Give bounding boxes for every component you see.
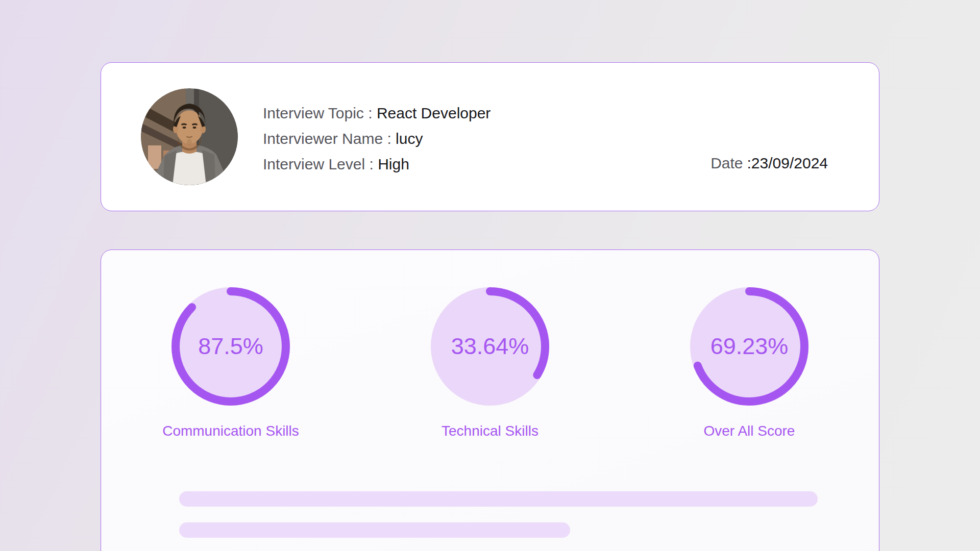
interview-results-page: Interview Topic : React Developer Interv…	[0, 0, 980, 551]
results-card: 87.5% Communication Skills 33.64% Techni…	[101, 249, 879, 551]
date-label: Date	[710, 155, 743, 171]
date-value: :23/09/2024	[747, 155, 828, 171]
overall-score-ring: 69.23%	[690, 287, 808, 406]
gauge-communication-skills: 87.5% Communication Skills	[101, 287, 360, 439]
level-value: High	[378, 156, 409, 172]
info-row-interviewer: Interviewer Name : lucy	[263, 126, 491, 152]
placeholder-bar	[179, 491, 818, 507]
interviewer-value: lucy	[396, 130, 423, 147]
overall-score-percentage: 69.23%	[690, 287, 808, 406]
info-row-topic: Interview Topic : React Developer	[263, 101, 491, 126]
info-row-level: Interview Level : High	[263, 152, 491, 177]
topic-label: Interview Topic	[263, 105, 364, 121]
interviewer-separator: :	[383, 130, 396, 147]
score-gauges: 87.5% Communication Skills 33.64% Techni…	[101, 250, 879, 439]
interview-date: Date:23/09/2024	[710, 155, 828, 172]
overall-score-label: Over All Score	[703, 423, 795, 439]
gauge-technical-skills: 33.64% Technical Skills	[360, 287, 620, 439]
topic-separator: :	[364, 105, 377, 121]
communication-skills-ring: 87.5%	[172, 287, 290, 406]
communication-skills-label: Communication Skills	[162, 423, 299, 439]
avatar	[141, 88, 238, 185]
placeholder-bars	[101, 491, 879, 538]
technical-skills-label: Technical Skills	[442, 423, 538, 439]
level-label: Interview Level	[263, 156, 365, 172]
gauge-overall-score: 69.23% Over All Score	[620, 287, 879, 439]
technical-skills-ring: 33.64%	[431, 287, 549, 406]
profile-card: Interview Topic : React Developer Interv…	[101, 62, 879, 211]
communication-skills-percentage: 87.5%	[172, 287, 290, 406]
topic-value: React Developer	[377, 105, 491, 121]
level-separator: :	[365, 156, 378, 172]
interview-info: Interview Topic : React Developer Interv…	[263, 101, 491, 177]
technical-skills-percentage: 33.64%	[431, 287, 549, 406]
placeholder-bar	[179, 522, 570, 538]
interviewer-label: Interviewer Name	[263, 130, 383, 147]
avatar-photo-illustration	[141, 88, 238, 185]
